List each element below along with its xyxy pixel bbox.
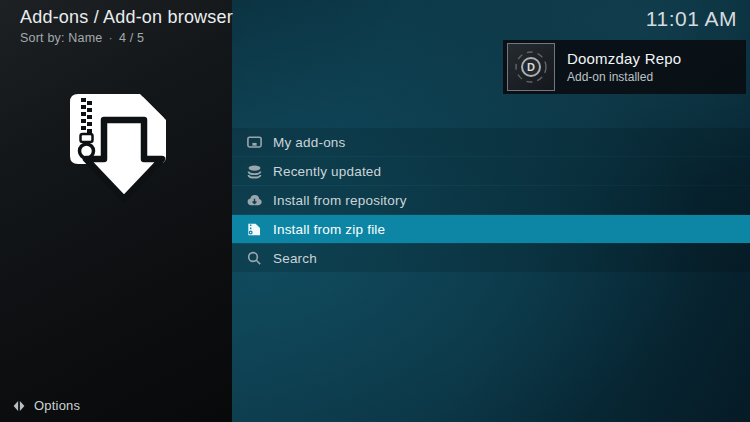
options-icon (12, 399, 26, 413)
addons-box-icon (246, 134, 263, 151)
clock: 11:01 AM (646, 7, 737, 31)
addon-repo-icon: D (507, 43, 555, 91)
addon-browser-menu: My add-ons Recently updated Install from… (232, 128, 750, 273)
recently-updated-icon (246, 163, 263, 180)
sort-by-label: Sort by: Name (20, 31, 103, 45)
page-header: Add-ons / Add-on browser Sort by: Name·4… (20, 7, 233, 45)
breadcrumb-status: Sort by: Name·4 / 5 (20, 31, 233, 45)
zip-file-icon (246, 221, 263, 238)
menu-item-my-addons[interactable]: My add-ons (232, 128, 750, 156)
menu-item-label: Search (273, 251, 317, 266)
notification-toast: D Doomzday Repo Add-on installed (503, 40, 746, 94)
notification-subtitle: Add-on installed (567, 70, 681, 84)
cloud-download-icon (246, 192, 263, 209)
options-label: Options (34, 398, 80, 413)
menu-item-label: Install from repository (273, 193, 407, 208)
separator-dot: · (109, 31, 113, 45)
menu-item-label: My add-ons (273, 135, 346, 150)
menu-item-label: Install from zip file (273, 222, 385, 237)
kodi-addon-browser-screen: Add-ons / Add-on browser Sort by: Name·4… (0, 0, 750, 422)
page-title: Add-ons / Add-on browser (20, 7, 233, 28)
menu-item-search[interactable]: Search (232, 244, 750, 272)
left-panel: Add-ons / Add-on browser Sort by: Name·4… (0, 0, 232, 422)
menu-item-install-from-zip-file[interactable]: Install from zip file (232, 215, 750, 243)
menu-item-label: Recently updated (273, 164, 381, 179)
zip-file-artwork-icon (36, 78, 196, 218)
menu-item-recently-updated[interactable]: Recently updated (232, 157, 750, 185)
item-position: 4 / 5 (119, 31, 144, 45)
notification-text: Doomzday Repo Add-on installed (567, 50, 681, 84)
search-icon (246, 250, 263, 267)
menu-item-install-from-repository[interactable]: Install from repository (232, 186, 750, 214)
options-button[interactable]: Options (8, 396, 84, 415)
notification-title: Doomzday Repo (567, 50, 681, 67)
repo-icon-letter: D (508, 44, 554, 90)
